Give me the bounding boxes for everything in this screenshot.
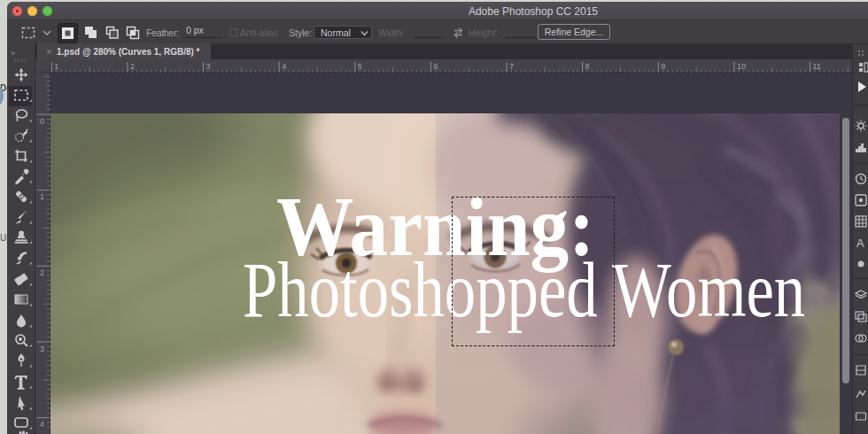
svg-text:3: 3 xyxy=(206,62,211,71)
svg-text:3: 3 xyxy=(40,345,44,353)
svg-text:A: A xyxy=(856,236,864,250)
svg-text:8: 8 xyxy=(585,62,590,71)
svg-text:10: 10 xyxy=(737,62,746,71)
svg-text:2: 2 xyxy=(40,268,44,277)
svg-text:6: 6 xyxy=(433,62,438,71)
svg-text:2: 2 xyxy=(130,62,135,71)
svg-text:4: 4 xyxy=(40,420,44,429)
svg-text:1: 1 xyxy=(54,62,58,71)
svg-text:11: 11 xyxy=(813,62,821,71)
svg-text:4: 4 xyxy=(282,62,286,71)
svg-text:5: 5 xyxy=(358,62,362,71)
svg-text:1: 1 xyxy=(40,192,44,201)
svg-text:7: 7 xyxy=(509,62,514,71)
svg-text:9: 9 xyxy=(661,62,665,71)
svg-text:0: 0 xyxy=(40,117,44,126)
